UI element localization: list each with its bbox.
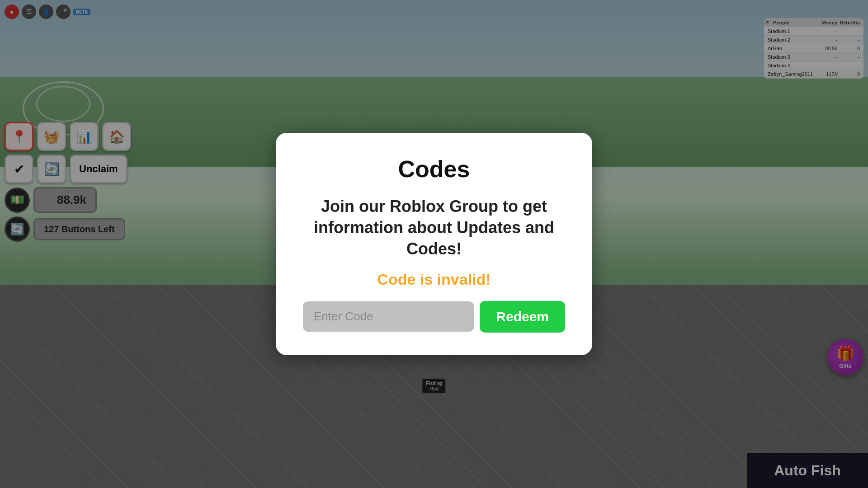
redeem-button[interactable]: Redeem [480,301,565,333]
error-text: Code is invalid! [303,271,565,288]
code-input[interactable] [303,301,474,332]
modal-overlay[interactable]: Codes Join our Roblox Group to get infor… [0,0,868,488]
code-input-row: Redeem [303,301,565,333]
modal-title: Codes [303,155,565,183]
modal-subtitle: Join our Roblox Group to get information… [303,196,565,259]
codes-modal: Codes Join our Roblox Group to get infor… [276,133,592,355]
